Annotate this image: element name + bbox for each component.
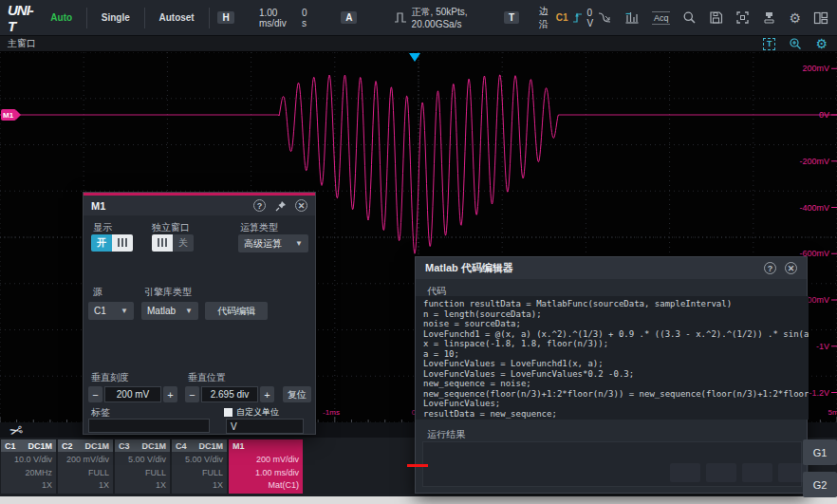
engine-dropdown[interactable]: Matlab▼ xyxy=(141,302,198,320)
independent-window-toggle[interactable]: 关 xyxy=(152,234,194,252)
channel-bandwidth: 20MHz xyxy=(1,467,52,480)
channel-scale: 200 mV/div xyxy=(58,454,109,467)
display-settings-gear-icon[interactable]: ⚙ xyxy=(815,37,828,50)
trigger-level[interactable]: 0 V xyxy=(587,8,597,28)
source-dropdown[interactable]: C1▼ xyxy=(88,302,134,320)
channel-function: Mat(C1) xyxy=(229,479,299,493)
gear-icon[interactable]: ⚙ xyxy=(789,11,801,25)
channel-scale: 10.0 V/div xyxy=(1,454,52,467)
channel-probe: 1X xyxy=(172,479,223,493)
channel-bandwidth: FULL xyxy=(172,467,223,480)
indep-off-segment[interactable]: 关 xyxy=(173,234,194,252)
channel-box-c4[interactable]: C4DC1M 5.00 V/divFULL1X xyxy=(172,439,227,494)
display-bars-segment[interactable] xyxy=(112,234,133,252)
channel-probe: 1X xyxy=(58,479,109,493)
reset-button[interactable]: 复位 xyxy=(283,386,311,402)
code-edit-button[interactable]: 代码编辑 xyxy=(205,302,268,320)
help-icon[interactable]: ? xyxy=(253,199,266,212)
cursor-icon[interactable] xyxy=(597,10,612,25)
tag-input[interactable] xyxy=(88,419,210,433)
indep-bars-segment[interactable] xyxy=(152,234,173,252)
divider xyxy=(144,8,145,28)
main-window-title: 主窗口 xyxy=(8,37,36,50)
m1-channel-tag: M1 xyxy=(3,111,14,120)
uni-t-logo: UNI-T xyxy=(8,2,33,34)
display-on-segment[interactable]: 开 xyxy=(91,234,112,252)
v-axis-label: 0V xyxy=(819,110,829,120)
vertical-position-label: 垂直位置 xyxy=(188,371,226,384)
trigger-source[interactable]: C1 xyxy=(556,12,568,23)
vscale-value[interactable]: 200 mV xyxy=(104,386,161,402)
matlab-code[interactable]: function resultData = MatlabFunc(sourceD… xyxy=(416,296,809,420)
channel-box-m1[interactable]: M1 200 mV/div1.00 ms/divMat(C1) xyxy=(229,439,303,494)
channel-name: C3 xyxy=(119,441,130,451)
v-axis-label: 200mV xyxy=(802,64,829,73)
channel-box-c1[interactable]: C1DC1M 10.0 V/div20MHz1X xyxy=(1,439,56,494)
t-axis-label: 5ms xyxy=(828,408,837,417)
pulse-icon xyxy=(394,11,408,24)
disabled-button xyxy=(706,463,736,482)
m1-dialog-titlebar[interactable]: M1 ? ✕ xyxy=(84,196,315,215)
measure-icon[interactable] xyxy=(624,10,640,25)
timebase-value[interactable]: 1.00 ms/div xyxy=(259,8,292,28)
vscale-plus-button[interactable]: + xyxy=(163,386,177,402)
vscale-minus-button[interactable]: − xyxy=(88,386,102,402)
close-icon[interactable]: ✕ xyxy=(785,262,797,274)
acq-menu-button[interactable]: Acq xyxy=(652,11,671,25)
disabled-button xyxy=(742,463,772,482)
channel-box-c3[interactable]: C3DC1M 5.00 V/divFULL1X xyxy=(115,439,170,494)
channel-coupling: DC1M xyxy=(28,441,52,451)
operation-type-value: 高级运算 xyxy=(244,237,282,251)
autoset-button[interactable]: Autoset xyxy=(153,9,199,26)
independent-window-label: 独立窗口 xyxy=(152,221,190,234)
m1-dialog: M1 ? ✕ 显示 开 独立窗口 关 运算类型 高级运算▼ 源 C1▼ 引擎库类… xyxy=(84,193,315,434)
single-button[interactable]: Single xyxy=(96,9,136,26)
display-label: 显示 xyxy=(93,221,112,234)
v-axis-label: -1.2V xyxy=(809,388,829,398)
trigger-mode[interactable]: 边沿 xyxy=(539,5,552,31)
window-tab-bar: 主窗口 T ⚙ xyxy=(0,36,837,52)
g1-button[interactable]: G1 xyxy=(803,439,837,465)
zoom-in-icon[interactable] xyxy=(789,37,802,50)
bottom-strip xyxy=(0,496,837,504)
channel-name: C2 xyxy=(62,441,73,451)
channel-bandwidth: FULL xyxy=(115,467,166,480)
engine-type-label: 引擎库类型 xyxy=(144,286,192,299)
run-result-label: 运行结果 xyxy=(427,428,465,441)
fullscreen-icon[interactable] xyxy=(735,10,750,25)
engine-value: Matlab xyxy=(147,306,176,316)
vpos-minus-button[interactable]: − xyxy=(185,386,199,402)
chevron-down-icon: ▼ xyxy=(121,307,128,315)
g2-button[interactable]: G2 xyxy=(803,472,837,497)
matlab-editor-panel: Matlab 代码编辑器 ? ✕ 代码 function resultData … xyxy=(415,256,808,494)
channel-coupling: DC1M xyxy=(198,441,223,451)
window-layout-icon[interactable] xyxy=(813,11,828,25)
unit-input[interactable]: V xyxy=(226,419,304,434)
v-axis-label: -1V xyxy=(816,342,829,351)
acquire-badge[interactable]: A xyxy=(341,11,357,24)
display-toggle[interactable]: 开 xyxy=(91,234,133,252)
channel-box-c2[interactable]: C2DC1M 200 mV/divFULL1X xyxy=(58,439,113,494)
search-icon[interactable] xyxy=(682,10,697,25)
text-annotation-icon[interactable]: T xyxy=(763,38,776,50)
brush-icon[interactable] xyxy=(762,10,776,25)
save-icon[interactable] xyxy=(709,10,723,25)
close-icon[interactable]: ✕ xyxy=(295,199,307,212)
horizontal-offset-value[interactable]: 0 s xyxy=(302,8,310,28)
trigger-badge[interactable]: T xyxy=(504,11,519,24)
help-icon[interactable]: ? xyxy=(764,262,776,274)
vertical-scale-stepper: − 200 mV + xyxy=(88,386,177,402)
matlab-editor-titlebar[interactable]: Matlab 代码编辑器 ? ✕ xyxy=(416,257,807,279)
tag-label: 标签 xyxy=(91,406,110,420)
checkbox-box[interactable] xyxy=(224,408,232,417)
run-state-button[interactable]: Auto xyxy=(45,9,78,26)
rising-edge-icon xyxy=(571,11,584,24)
vpos-plus-button[interactable]: + xyxy=(260,386,274,402)
channel-probe: 1X xyxy=(115,479,166,493)
vpos-value[interactable]: 2.695 div xyxy=(201,386,258,402)
operation-type-dropdown[interactable]: 高级运算▼ xyxy=(238,234,308,252)
top-toolbar: UNI-T Auto Single Autoset H 1.00 ms/div … xyxy=(0,0,837,36)
horizontal-badge[interactable]: H xyxy=(217,11,233,24)
custom-unit-checkbox[interactable]: 自定义单位 xyxy=(224,406,279,419)
pin-icon[interactable] xyxy=(274,199,287,212)
